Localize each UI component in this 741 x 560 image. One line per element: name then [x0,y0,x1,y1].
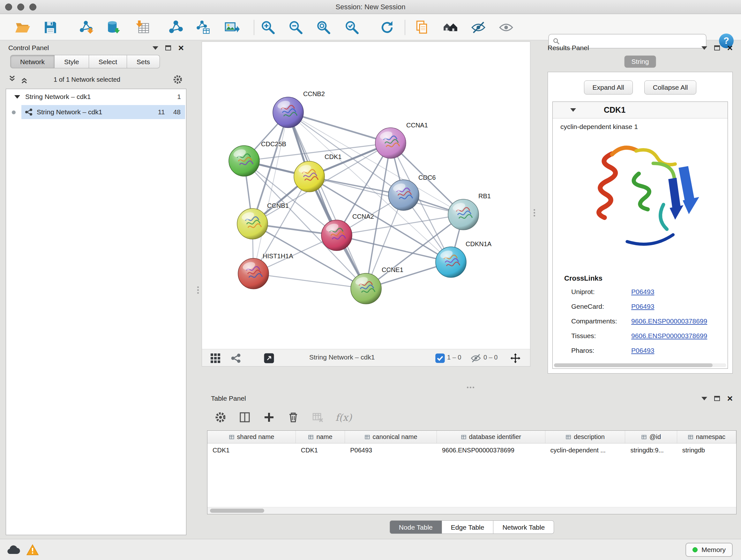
network-node-cdc25b[interactable] [229,145,259,176]
cell-name[interactable]: CDK1 [296,447,345,454]
network-node-cdkn1a[interactable] [435,247,466,277]
float-panel-icon[interactable] [165,45,171,51]
collapse-caret-icon[interactable] [14,95,20,99]
close-panel-icon[interactable]: × [727,395,733,401]
import-network-file-button[interactable] [77,18,95,37]
close-panel-icon[interactable]: × [178,45,184,51]
home-button[interactable] [441,18,459,37]
gear-icon[interactable] [172,74,183,85]
panel-menu-icon[interactable] [701,46,707,50]
gene-card-header[interactable]: CDK1 [553,102,728,118]
network-edge-ccnb2-ccne1[interactable] [288,112,366,289]
close-panel-icon[interactable]: × [727,45,733,51]
left-splitter-handle[interactable] [195,284,200,296]
column-header-@id[interactable]: @id [625,431,677,443]
refresh-view-button[interactable] [378,18,396,37]
tab-network[interactable]: Network [10,55,55,68]
crosslink-link-genecard[interactable]: P06493 [631,303,654,310]
annotation-mode-button[interactable] [229,352,242,365]
cell-@id[interactable]: stringdb:9... [625,447,677,454]
column-header-description[interactable]: description [545,431,625,443]
warnings-button[interactable] [24,543,41,557]
panel-menu-icon[interactable] [152,46,158,50]
float-panel-icon[interactable] [714,396,720,401]
cell-namespac[interactable]: stringdb [677,447,736,454]
tab-style[interactable]: Style [55,55,89,68]
panel-menu-icon[interactable] [701,397,707,400]
cell-canonical-name[interactable]: P06493 [345,447,437,454]
network-node-cdc6[interactable] [388,180,419,210]
column-header-namespac[interactable]: namespac [677,431,736,443]
crosslink-link-tissues[interactable]: 9606.ENSP00000378699 [631,332,707,340]
selected-nodes-icon[interactable] [434,352,447,365]
network-edge-ccnb2-hist1h1a[interactable] [253,112,288,273]
network-node-ccne1[interactable] [351,273,381,304]
tab-node-table[interactable]: Node Table [390,520,442,534]
network-node-ccna2[interactable] [321,220,352,251]
string-tab-badge[interactable]: String [624,56,656,68]
network-node-ccnb2[interactable] [273,97,304,128]
float-panel-icon[interactable] [714,45,720,51]
zoom-selected-button[interactable] [343,18,361,37]
tab-sets[interactable]: Sets [127,55,160,68]
collapse-all-button[interactable]: Collapse All [644,80,697,95]
network-edge-ccna2-cdkn1a[interactable] [337,235,451,262]
zoom-fit-button[interactable] [315,18,333,37]
column-header-shared-name[interactable]: shared name [207,431,296,443]
cloud-status-button[interactable] [5,543,22,557]
network-edge-ccnb2-ccna1[interactable] [288,112,391,143]
tab-edge-table[interactable]: Edge Table [442,520,494,534]
new-network-from-selection-button[interactable] [194,18,212,37]
crosslink-link-compartments[interactable]: 9606.ENSP00000378699 [631,317,707,325]
network-node-cdk1[interactable] [294,161,325,192]
network-canvas[interactable]: CCNB2CCNA1CDC25BCDK1CDC6RB1CCNB1CCNA2CDK… [202,42,530,349]
network-node-ccnb1[interactable] [237,208,268,239]
open-session-button[interactable] [13,18,31,37]
birds-eye-view-button[interactable] [209,352,222,365]
network-collection-row[interactable]: String Network – cdk1 1 [6,89,186,105]
network-node-hist1h1a[interactable] [238,258,269,289]
scrollbar-thumb[interactable] [554,363,713,367]
network-edge-hist1h1a-ccne1[interactable] [253,273,366,289]
column-header-canonical-name[interactable]: canonical name [345,431,437,443]
table-horizontal-scrollbar[interactable] [207,507,736,514]
zoom-out-button[interactable] [287,18,305,37]
hidden-edges-icon[interactable] [469,352,482,365]
collapse-card-icon[interactable] [570,108,576,112]
zoom-window-button[interactable] [29,3,37,10]
import-network-database-button[interactable] [105,18,122,37]
export-image-button[interactable] [223,18,241,37]
memory-button[interactable]: Memory [685,543,733,557]
import-table-button[interactable] [134,18,151,37]
expand-collapse-chevrons-icon[interactable] [9,75,18,84]
minimize-window-button[interactable] [17,3,24,10]
crosslink-link-uniprot[interactable]: P06493 [631,288,654,296]
table-settings-gear-icon[interactable] [214,411,227,424]
delete-column-trash-icon[interactable] [287,411,300,424]
open-in-new-window-button[interactable] [263,352,275,365]
table-row[interactable]: CDK1CDK1P064939606.ENSP00000378699cyclin… [207,443,736,457]
zoom-in-button[interactable] [259,18,277,37]
show-all-button[interactable] [497,18,515,37]
function-builder-button[interactable]: f(x) [335,412,352,423]
cell-shared-name[interactable]: CDK1 [207,447,296,454]
scrollbar-thumb[interactable] [210,509,264,513]
save-session-button[interactable] [42,18,59,37]
close-window-button[interactable] [5,3,12,10]
network-node-rb1[interactable] [448,199,479,230]
right-splitter-handle[interactable] [532,206,537,219]
fit-selection-button[interactable] [509,352,522,365]
cell-database-identifier[interactable]: 9606.ENSP00000378699 [437,447,545,454]
collapse-chevrons-icon[interactable] [21,75,30,84]
hide-selected-button[interactable] [469,18,487,37]
column-header-database-identifier[interactable]: database identifier [437,431,545,443]
show-columns-icon[interactable] [239,411,251,424]
cell-description[interactable]: cyclin-dependent ... [545,447,625,454]
tab-network-table[interactable]: Network Table [493,520,554,534]
column-header-name[interactable]: name [296,431,345,443]
network-row[interactable]: String Network – cdk1 11 48 [6,105,186,120]
add-column-icon[interactable] [263,411,275,424]
crosslink-link-pharos[interactable]: P06493 [631,347,654,354]
copy-document-button[interactable] [413,18,431,37]
network-node-ccna1[interactable] [375,128,406,159]
